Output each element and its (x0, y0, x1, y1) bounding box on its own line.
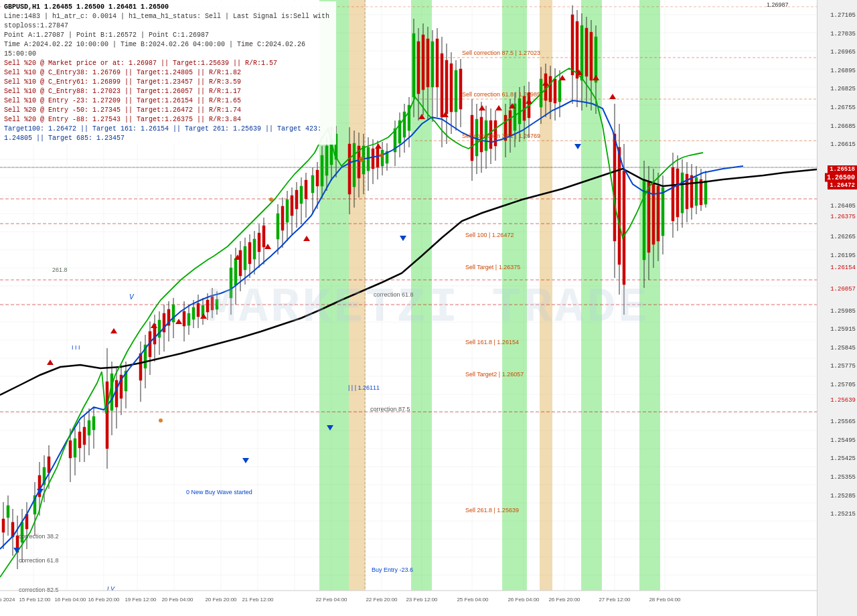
svg-text:26 Feb 20:00: 26 Feb 20:00 (548, 597, 580, 603)
svg-rect-253 (544, 74, 547, 100)
price-label-ask: 1.26472 (828, 181, 857, 189)
svg-rect-97 (110, 374, 113, 410)
svg-rect-255 (549, 76, 552, 102)
price-label-26685: 1.26685 (830, 123, 856, 130)
svg-point-355 (359, 157, 364, 162)
svg-rect-137 (230, 268, 232, 298)
svg-text:0 New Buy Wave started: 0 New Buy Wave started (186, 489, 252, 495)
svg-rect-52 (502, 0, 527, 591)
svg-text:Sell correction 61.8 | 1.26985: Sell correction 61.8 | 1.26985 (462, 91, 540, 98)
price-label-26375: 1.26375 (830, 214, 856, 220)
svg-rect-95 (106, 382, 108, 449)
info-line-3: Point A:1.27087 | Point B:1.26572 | Poin… (4, 31, 333, 40)
price-label-25845: 1.25845 (830, 345, 856, 352)
svg-rect-105 (139, 354, 142, 380)
svg-rect-155 (281, 206, 284, 230)
svg-rect-289 (672, 167, 674, 221)
svg-rect-207 (417, 42, 420, 94)
svg-text:correction 82.5: correction 82.5 (19, 587, 59, 593)
svg-rect-171 (321, 155, 323, 186)
svg-rect-179 (348, 144, 351, 194)
svg-rect-219 (445, 60, 448, 114)
svg-text:15 Feb 12:00: 15 Feb 12:00 (19, 597, 51, 603)
price-label-26405: 1.26405 (830, 203, 856, 210)
svg-rect-217 (441, 54, 443, 117)
price-label-26195: 1.26195 (830, 252, 856, 259)
price-label-25215: 1.25215 (830, 511, 856, 518)
svg-text:correction 61.8: correction 61.8 (374, 291, 414, 298)
svg-text:Sell Target | 1.26375: Sell Target | 1.26375 (465, 264, 520, 271)
svg-rect-189 (372, 149, 374, 169)
price-label-25495: 1.25495 (830, 437, 856, 444)
info-line-2: Line:1483 | h1_atr_c: 0.0014 | h1_tema_h… (4, 12, 333, 31)
svg-rect-119 (172, 305, 175, 322)
svg-text:16 Feb 04:00: 16 Feb 04:00 (54, 597, 86, 603)
svg-rect-143 (244, 246, 246, 270)
svg-rect-91 (88, 420, 90, 435)
svg-text:27 Feb 12:00: 27 Feb 12:00 (599, 597, 631, 603)
info-line-7: Sell %10 @ C_Entry61: 1.26899 || Target:… (4, 78, 333, 87)
svg-rect-213 (431, 42, 434, 87)
svg-text:21 Feb 12:00: 21 Feb 12:00 (242, 597, 274, 603)
svg-rect-125 (192, 307, 195, 319)
svg-rect-85 (74, 439, 76, 457)
svg-rect-147 (253, 239, 256, 259)
price-label-26057: 1.26057 (830, 286, 856, 293)
svg-rect-273 (613, 134, 616, 241)
svg-rect-269 (590, 32, 593, 80)
svg-rect-201 (403, 112, 406, 137)
info-line-6: Sell %10 @ C_Entry38: 1.26769 || Target:… (4, 68, 333, 78)
svg-rect-225 (459, 69, 462, 109)
svg-rect-261 (571, 15, 574, 75)
price-label-26265: 1.26265 (830, 234, 856, 240)
svg-rect-293 (681, 173, 684, 213)
svg-text:23 Feb 12:00: 23 Feb 12:00 (406, 597, 438, 603)
svg-text:correction 38.2: correction 38.2 (19, 533, 59, 540)
info-line-5: Sell %20 @ Market price or at: 1.26987 |… (4, 59, 333, 68)
svg-text:25 Feb 04:00: 25 Feb 04:00 (457, 597, 489, 603)
svg-rect-139 (234, 258, 237, 285)
svg-rect-157 (286, 200, 289, 222)
price-label-26154: 1.26154 (830, 264, 856, 271)
svg-rect-149 (258, 233, 260, 252)
svg-rect-63 (2, 519, 5, 532)
price-label-25705: 1.25705 (830, 382, 856, 388)
price-label-27105: 1.27105 (830, 12, 856, 19)
price-label-26965: 1.26965 (830, 49, 856, 56)
info-line-11: Sell %20 @ Entry -88: 1.27543 || Target:… (4, 115, 333, 125)
svg-rect-205 (412, 33, 415, 97)
svg-text:correction 87.5: correction 87.5 (370, 406, 410, 412)
info-line-12: Target100: 1.26472 || Target 161: 1.2615… (4, 125, 333, 143)
price-label-25425: 1.25425 (830, 455, 856, 462)
svg-text:28 Feb 04:00: 28 Feb 04:00 (649, 597, 681, 603)
svg-rect-209 (422, 35, 424, 90)
svg-rect-123 (187, 313, 190, 325)
price-label-26895: 1.26895 (830, 68, 856, 74)
svg-rect-127 (197, 303, 200, 317)
price-label-25775: 1.25775 (830, 363, 856, 370)
svg-rect-93 (92, 416, 95, 430)
svg-rect-161 (295, 190, 298, 209)
svg-text:Sell 161.8 | 1.26154: Sell 161.8 | 1.26154 (465, 339, 519, 345)
svg-text:Sell 100 | 1.26472: Sell 100 | 1.26472 (465, 232, 514, 238)
price-label-27035: 1.27035 (830, 31, 856, 37)
svg-rect-287 (661, 187, 664, 236)
info-line-10: Sell %20 @ Entry -50: 1.27345 || Target:… (4, 106, 333, 115)
svg-rect-87 (78, 432, 81, 448)
svg-text:Sell Target2 | 1.26057: Sell Target2 | 1.26057 (465, 371, 524, 378)
svg-rect-181 (353, 143, 356, 187)
svg-rect-169 (316, 170, 319, 186)
svg-point-356 (380, 153, 384, 157)
svg-rect-263 (576, 21, 578, 78)
info-panel: GBPUSD,H1 1.26485 1.26500 1.26481 1.2650… (1, 1, 336, 145)
svg-point-358 (269, 198, 273, 202)
svg-rect-121 (183, 311, 185, 326)
price-label-25355: 1.25355 (830, 474, 856, 481)
svg-rect-275 (618, 147, 621, 264)
svg-text:I I I: I I I (72, 344, 80, 351)
svg-rect-81 (48, 457, 50, 473)
svg-rect-285 (657, 186, 659, 241)
svg-rect-267 (585, 28, 588, 76)
svg-text:16 Feb 20:00: 16 Feb 20:00 (88, 597, 120, 603)
svg-rect-133 (211, 297, 214, 310)
